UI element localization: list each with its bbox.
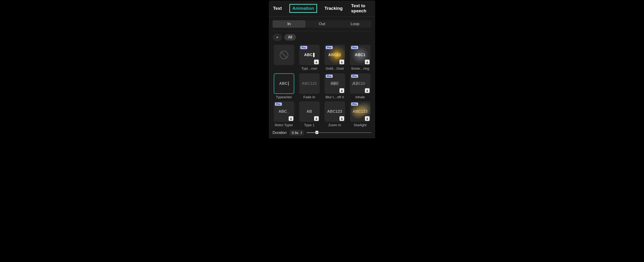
preview-text: ABC [304,53,314,57]
download-icon[interactable] [365,116,370,121]
filter-favorites[interactable]: ★ [272,33,282,41]
animation-thumb-type1[interactable]: AB [299,101,320,122]
subtab-in[interactable]: In [272,20,306,28]
animation-label: Typewriter [276,95,292,99]
download-icon[interactable] [365,88,370,93]
download-icon[interactable] [314,116,319,121]
pro-badge: Pro [351,46,358,49]
pro-badge: Pro [275,102,282,106]
animation-label: Retro Typer [275,123,293,127]
animation-label: Gold…Dust [326,66,344,70]
pro-badge: Pro [351,102,358,106]
preview-text: ABC123 [302,81,317,86]
pro-badge: Pro [326,74,333,78]
none-icon [280,51,288,59]
duration-value-text: 0.5s [292,131,298,135]
preview-text: ABC123 [327,109,342,114]
duration-row: Duration 0.5s ▲ ▼ ▸ [269,129,375,138]
animation-label: Typi…rsor [301,66,317,70]
subtab-loop[interactable]: Loop [338,20,372,28]
star-icon: ★ [276,35,279,39]
subtab-out[interactable]: Out [306,20,338,28]
download-icon[interactable] [340,88,344,93]
animation-thumb-fadein[interactable]: ABC123 [299,73,320,94]
preview-text: ABC123 [352,81,365,86]
filter-all[interactable]: All [284,34,296,40]
animation-thumb-zoomin[interactable]: ABC123 [324,101,345,122]
pro-badge: Pro [326,46,333,49]
animation-item-snowring: ABC1ProSnow…ring [349,45,372,71]
animation-item-none [272,45,295,71]
download-icon[interactable] [365,60,370,64]
animation-item-typing: ABCProTypi…rsor [298,45,320,71]
animation-item-golddust: ABC12ProGold…Dust [324,45,346,71]
animation-label: Inhale [355,95,365,99]
animation-label: Zoom In [328,123,341,127]
chevron-down-icon: ▼ [300,133,302,134]
tab-animation[interactable]: Animation [289,4,317,13]
animation-panel: Text Animation Tracking Text to speech I… [269,0,375,138]
pro-badge: Pro [300,46,307,49]
pro-badge: Pro [351,74,358,78]
animation-thumb-typewriter[interactable]: ABC [274,73,294,94]
animation-thumb-golddust[interactable]: ABC12Pro [324,45,345,65]
download-icon[interactable] [289,116,293,121]
animation-thumb-none[interactable] [274,45,294,65]
preview-text: ABC [330,81,339,86]
animation-thumb-inhale[interactable]: ABC123Pro [350,73,370,94]
animation-label: Starlight [354,123,366,127]
animation-item-starlight: ABC123ProStarlight [349,101,372,127]
animation-subtabs: In Out Loop [272,20,372,28]
download-icon[interactable] [314,60,319,64]
animation-thumb-snowring[interactable]: ABC1Pro [350,45,370,65]
animation-thumb-starlight[interactable]: ABC123Pro [350,101,370,122]
animation-item-zoomin: ABC123Zoom In [324,101,346,127]
animation-grid: ABCProTypi…rsorABC12ProGold…DustABC1ProS… [269,43,375,129]
cursor-icon [313,53,314,57]
preview-text: ABC [279,81,288,86]
duration-input[interactable]: 0.5s ▲ ▼ [289,130,304,136]
download-icon[interactable] [340,116,344,121]
animation-item-blurleft2: ABCProBlur t…eft II [324,73,346,99]
animation-item-type1: ABType 1 [298,101,320,127]
divider [272,31,372,31]
animation-thumb-typing[interactable]: ABCPro [299,45,320,65]
animation-thumb-blurleft2[interactable]: ABCPro [324,73,345,94]
preview-text: ABC_ [279,109,289,114]
duration-label: Duration [272,131,286,135]
tab-text-to-speech[interactable]: Text to speech [350,1,372,15]
animation-label: Snow…ring [351,66,369,70]
slider-thumb[interactable]: ▸ [316,131,318,134]
preview-text: AB [306,109,312,114]
animation-label: Blur t…eft II [326,95,344,99]
tab-text[interactable]: Text [272,4,283,13]
animation-item-typewriter: ABCTypewriter [272,73,295,99]
animation-thumb-retrotyper[interactable]: ABC_Pro [274,101,294,122]
animation-item-inhale: ABC123ProInhale [349,73,372,99]
animation-label: Fade In [303,95,315,99]
animation-label: Type 1 [304,123,314,127]
download-icon[interactable] [340,60,344,64]
duration-slider[interactable]: ▸ [306,131,372,135]
top-tabs: Text Animation Tracking Text to speech [269,0,375,16]
animation-item-fadein: ABC123Fade In [298,73,320,99]
duration-stepper[interactable]: ▲ ▼ [300,131,302,134]
filter-row: ★ All [269,33,375,43]
tab-tracking[interactable]: Tracking [324,4,344,13]
animation-item-retrotyper: ABC_ProRetro Typer [272,101,295,127]
cursor-icon [288,81,289,86]
